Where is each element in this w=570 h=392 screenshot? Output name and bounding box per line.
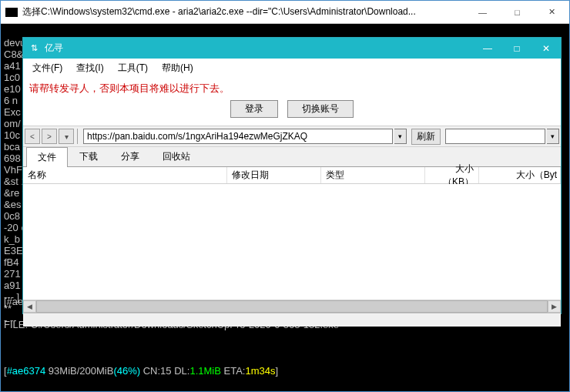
menubar: 文件(F) 查找(I) 工具(T) 帮助(H)	[23, 59, 561, 77]
yixun-titlebar[interactable]: ⇅ 亿寻 — □ ✕	[23, 38, 561, 59]
yixun-minimize-button[interactable]: —	[473, 38, 502, 59]
cmd-window: 选择C:\Windows\system32\cmd.exe - aria2\ar…	[0, 0, 570, 392]
yixun-app-icon: ⇅	[28, 42, 40, 55]
tab-share[interactable]: 分享	[109, 146, 151, 166]
toolbar-separator	[77, 129, 80, 144]
menu-help[interactable]: 帮助(H)	[156, 60, 200, 76]
scroll-left-button[interactable]: ◀	[23, 300, 36, 313]
menu-find[interactable]: 查找(I)	[70, 60, 109, 76]
cmd-close-button[interactable]: ✕	[535, 1, 569, 24]
yixun-title: 亿寻	[45, 42, 473, 55]
url-dropdown-button[interactable]: ▾	[394, 129, 407, 144]
url-input[interactable]: https://pan.baidu.com/s/1ngxAriHa194ezwM…	[83, 129, 393, 144]
cmd-icon	[5, 8, 18, 17]
horizontal-scrollbar[interactable]: ◀ ▶	[23, 300, 561, 313]
nav-back-button[interactable]: <	[25, 129, 40, 144]
cmd-title: 选择C:\Windows\system32\cmd.exe - aria2\ar…	[22, 5, 465, 18]
list-header: 名称 修改日期 类型 大小（KB） 大小（Byt	[23, 167, 561, 184]
menu-tools[interactable]: 工具(T)	[112, 60, 154, 76]
secondary-input[interactable]	[445, 129, 545, 144]
cmd-maximize-button[interactable]: □	[500, 1, 535, 24]
scroll-thumb[interactable]	[36, 300, 548, 313]
statusbar	[23, 313, 561, 327]
cmd-minimize-button[interactable]: —	[465, 1, 500, 24]
nav-history-dropdown[interactable]: ▾	[59, 129, 74, 144]
navigation-toolbar: < > ▾ https://pan.baidu.com/s/1ngxAriHa1…	[23, 126, 561, 147]
col-type[interactable]: 类型	[321, 167, 425, 183]
list-body	[23, 184, 561, 300]
menu-file[interactable]: 文件(F)	[26, 60, 69, 76]
tabs-row: 文件 下载 分享 回收站	[23, 147, 561, 167]
login-button[interactable]: 登录	[230, 100, 278, 118]
scroll-track[interactable]	[36, 300, 548, 313]
secondary-dropdown-button[interactable]: ▾	[547, 129, 559, 144]
col-name[interactable]: 名称	[23, 167, 227, 183]
tab-downloads[interactable]: 下载	[68, 146, 109, 166]
col-size-byte[interactable]: 大小（Byt	[479, 167, 561, 183]
notice-text: 请帮转发寻人，否则本项目将难以进行下去。	[29, 82, 555, 95]
scroll-right-button[interactable]: ▶	[548, 300, 561, 313]
yixun-close-button[interactable]: ✕	[531, 38, 561, 59]
cmd-titlebar: 选择C:\Windows\system32\cmd.exe - aria2\ar…	[1, 1, 569, 24]
col-size-kb[interactable]: 大小（KB）	[425, 167, 479, 183]
switch-account-button[interactable]: 切换账号	[287, 100, 354, 118]
nav-forward-button[interactable]: >	[42, 129, 57, 144]
refresh-button[interactable]: 刷新	[411, 129, 441, 145]
yixun-window: ⇅ 亿寻 — □ ✕ 文件(F) 查找(I) 工具(T) 帮助(H) 请帮转发寻…	[22, 37, 562, 314]
yixun-maximize-button[interactable]: □	[502, 38, 531, 59]
col-date[interactable]: 修改日期	[227, 167, 321, 183]
terminal-progress-line: [#ae6374 93MiB/200MiB(46%) CN:15 DL:1.1M…	[4, 365, 566, 377]
tab-recycle[interactable]: 回收站	[151, 146, 202, 166]
tab-files[interactable]: 文件	[26, 147, 68, 167]
